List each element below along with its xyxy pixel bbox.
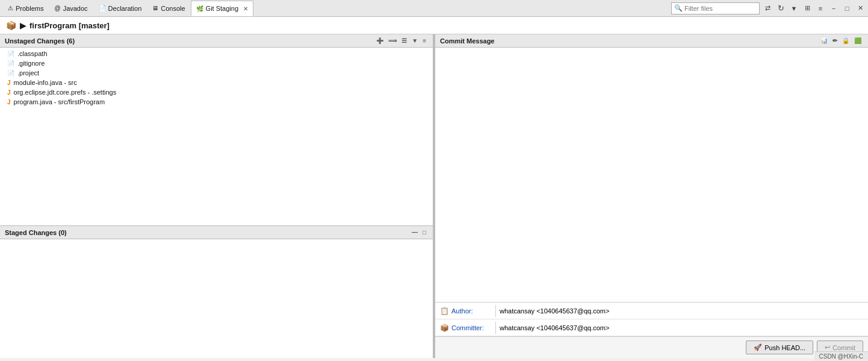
tab-declaration[interactable]: 📄 Declaration xyxy=(93,1,147,16)
unstaged-file-classpath[interactable]: 📄 .classpath xyxy=(0,49,433,58)
left-panel: Unstaged Changes (6) ➕ ⟹ ☰ ▼ ≡ 📄 .classp… xyxy=(0,34,433,358)
unstaged-add-icon[interactable]: ➕ xyxy=(374,37,385,45)
committer-value-wrap xyxy=(495,322,868,334)
author-label[interactable]: 📋 Author: xyxy=(435,304,495,318)
author-value-input[interactable] xyxy=(500,307,864,315)
file-java-icon-2: J xyxy=(7,89,11,96)
filter-search-icon: 🔍 xyxy=(674,4,683,12)
right-panel: Commit Message 📊 ✏ 🔒 🟩 📋 Author: xyxy=(435,34,868,358)
unstaged-toolbar: ➕ ⟹ ☰ ▼ ≡ xyxy=(374,37,428,45)
project-header: 📦 ▶ firstProgram [master] xyxy=(0,17,868,34)
commit-icon: ↩ xyxy=(825,344,830,351)
toolbar-refresh-icon[interactable]: ↻ xyxy=(775,3,786,14)
commit-message-title: Commit Message xyxy=(440,37,494,45)
file-dot-icon-3: 📄 xyxy=(7,70,14,77)
git-staging-icon: 🌿 xyxy=(196,5,203,12)
unstaged-sort-icon[interactable]: ≡ xyxy=(421,37,428,45)
tab-javadoc-label: Javadoc xyxy=(63,5,88,12)
author-icon: 📋 xyxy=(440,307,449,315)
toolbar-menu-icon[interactable]: ≡ xyxy=(815,3,826,14)
unstaged-file-classpath-name: .classpath xyxy=(17,50,48,57)
author-value-wrap xyxy=(495,305,868,317)
push-head-button[interactable]: 🚀 Push HEAD... xyxy=(746,341,813,354)
unstaged-file-gitignore[interactable]: 📄 .gitignore xyxy=(0,58,433,68)
unstaged-file-moduleinfo[interactable]: J module-info.java - src xyxy=(0,78,433,87)
commit-toolbar-icon3[interactable]: 🔒 xyxy=(840,37,851,45)
commit-toolbar-icon2[interactable]: ✏ xyxy=(831,37,839,45)
filter-input-wrap: 🔍 xyxy=(671,2,760,14)
unstaged-file-project[interactable]: 📄 .project xyxy=(0,68,433,78)
commit-message-header: Commit Message 📊 ✏ 🔒 🟩 xyxy=(435,34,868,48)
push-head-icon: 🚀 xyxy=(754,344,762,351)
file-java-icon-1: J xyxy=(7,80,11,86)
tab-close-icon[interactable]: ✕ xyxy=(243,5,248,12)
tab-problems[interactable]: ⚠ Problems xyxy=(2,1,49,16)
tab-console-label: Console xyxy=(161,5,185,12)
commit-message-input[interactable] xyxy=(436,49,867,301)
project-icon: 📦 xyxy=(6,20,16,30)
main-content: Unstaged Changes (6) ➕ ⟹ ☰ ▼ ≡ 📄 .classp… xyxy=(0,34,868,358)
committer-label-text: Committer: xyxy=(451,324,484,331)
unstaged-list-icon[interactable]: ☰ xyxy=(400,37,409,45)
tab-javadoc[interactable]: @ Javadoc xyxy=(49,1,93,16)
unstaged-add-all-icon[interactable]: ⟹ xyxy=(386,37,398,45)
toolbar-grid-icon[interactable]: ⊞ xyxy=(802,3,813,14)
declaration-icon: 📄 xyxy=(99,5,106,11)
committer-icon: 📦 xyxy=(440,324,449,332)
filter-bar: 🔍 ⇄ ↻ ▼ ⊞ ≡ − □ ✕ xyxy=(671,2,866,14)
unstaged-header: Unstaged Changes (6) ➕ ⟹ ☰ ▼ ≡ xyxy=(0,34,433,48)
staged-label: Staged Changes (0) xyxy=(5,229,67,236)
project-expand-icon[interactable]: ▶ xyxy=(20,21,26,30)
tab-git-staging[interactable]: 🌿 Git Staging ✕ xyxy=(191,1,253,16)
tab-git-staging-label: Git Staging xyxy=(206,5,238,12)
commit-toolbar-icon4[interactable]: 🟩 xyxy=(852,37,863,45)
toolbar-maximize-icon[interactable]: □ xyxy=(842,3,852,14)
project-title: firstProgram [master] xyxy=(29,21,110,30)
unstaged-file-project-name: .project xyxy=(17,69,39,77)
unstaged-file-gitignore-name: .gitignore xyxy=(17,60,45,67)
file-java-icon-3: J xyxy=(7,99,11,105)
action-bar: 🚀 Push HEAD... ↩ Commit xyxy=(435,336,868,358)
unstaged-file-program-name: program.java - src/firstProgram xyxy=(14,98,105,105)
author-label-text: Author: xyxy=(451,307,473,315)
filter-input[interactable] xyxy=(684,5,757,12)
staged-expand-icon[interactable]: □ xyxy=(421,228,428,236)
tab-console[interactable]: 🖥 Console xyxy=(147,1,190,16)
committer-value-input[interactable] xyxy=(500,324,864,331)
commit-toolbar-icon1[interactable]: 📊 xyxy=(819,37,829,45)
status-bar: CSDN @HXin-C xyxy=(814,351,869,361)
tab-bar: ⚠ Problems @ Javadoc 📄 Declaration 🖥 Con… xyxy=(0,0,868,17)
author-row: 📋 Author: xyxy=(435,303,868,319)
commit-message-area xyxy=(435,48,868,302)
unstaged-label: Unstaged Changes (6) xyxy=(5,37,75,45)
toolbar-dropdown-icon[interactable]: ▼ xyxy=(789,3,799,14)
commit-label: Commit xyxy=(832,344,855,351)
javadoc-icon: @ xyxy=(54,5,60,11)
tab-declaration-label: Declaration xyxy=(108,5,142,12)
unstaged-file-prefs[interactable]: J org.eclipse.jdt.core.prefs - .settings xyxy=(0,87,433,97)
staged-section: Staged Changes (0) — □ xyxy=(0,225,433,358)
toolbar-arrow-icon[interactable]: ⇄ xyxy=(762,3,773,14)
committer-label[interactable]: 📦 Committer: xyxy=(435,321,495,334)
staged-header: Staged Changes (0) — □ xyxy=(0,226,433,239)
toolbar-minimize-icon[interactable]: − xyxy=(828,3,839,14)
unstaged-file-prefs-name: org.eclipse.jdt.core.prefs - .settings xyxy=(14,89,117,96)
file-dot-icon-2: 📄 xyxy=(7,60,14,67)
unstaged-file-list: 📄 .classpath 📄 .gitignore 📄 .project J m… xyxy=(0,48,433,225)
toolbar-close-icon[interactable]: ✕ xyxy=(855,3,866,14)
problems-icon: ⚠ xyxy=(8,5,13,11)
unstaged-dropdown-icon[interactable]: ▼ xyxy=(410,37,420,45)
tab-problems-label: Problems xyxy=(16,5,43,12)
push-head-label: Push HEAD... xyxy=(764,344,805,351)
staged-toolbar: — □ xyxy=(410,228,428,236)
unstaged-file-program[interactable]: J program.java - src/firstProgram xyxy=(0,97,433,107)
file-dot-icon-1: 📄 xyxy=(7,51,14,57)
committer-row: 📦 Committer: xyxy=(435,319,868,336)
meta-section: 📋 Author: 📦 Committer: xyxy=(435,302,868,336)
status-text: CSDN @HXin-C xyxy=(819,353,864,360)
staged-collapse-icon[interactable]: — xyxy=(410,228,420,236)
console-icon: 🖥 xyxy=(152,5,158,11)
staged-file-list xyxy=(0,239,433,358)
unstaged-file-moduleinfo-name: module-info.java - src xyxy=(14,79,77,86)
commit-toolbar: 📊 ✏ 🔒 🟩 xyxy=(819,37,863,45)
